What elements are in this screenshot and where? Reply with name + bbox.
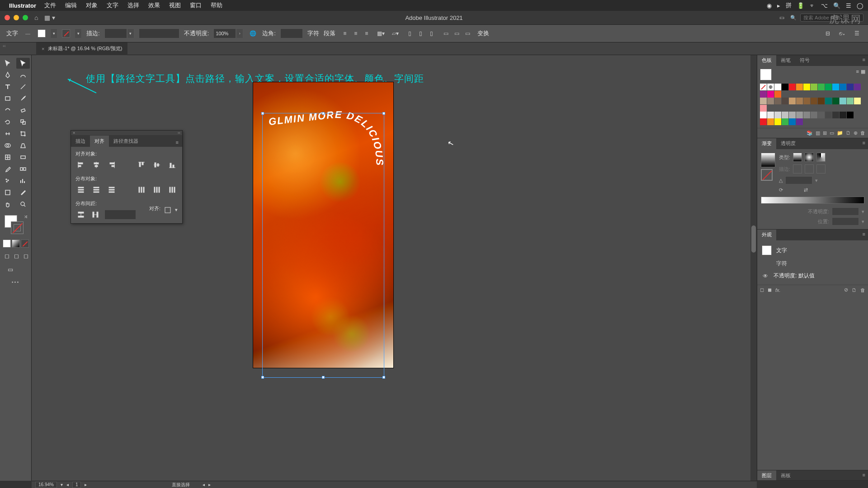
- zoom-level[interactable]: 16.94%: [35, 482, 57, 488]
- width-tool[interactable]: [1, 128, 14, 139]
- swatch[interactable]: [832, 112, 839, 118]
- swatch-libraries-icon[interactable]: 📚: [807, 130, 813, 136]
- stroke-swatch[interactable]: [62, 29, 70, 38]
- valign-middle-icon[interactable]: ▭: [452, 28, 462, 38]
- character-link[interactable]: 字符: [307, 29, 319, 38]
- hand-tool[interactable]: [1, 199, 14, 210]
- stroke-weight-input[interactable]: [104, 28, 127, 38]
- battery-icon[interactable]: 🔋: [797, 2, 804, 9]
- swatch[interactable]: [767, 98, 774, 104]
- spotlight-icon[interactable]: 🔍: [833, 2, 840, 9]
- align-center-icon[interactable]: ≡: [351, 28, 361, 38]
- wifi-icon[interactable]: ᯤ: [810, 2, 816, 9]
- tab-transparency[interactable]: 透明度: [776, 138, 800, 149]
- color-mode-solid[interactable]: [3, 239, 11, 248]
- fill-stroke-control[interactable]: ⤭: [1, 213, 30, 236]
- swatch[interactable]: [767, 91, 774, 98]
- appearance-menu-icon[interactable]: ≡: [860, 230, 868, 240]
- panel-close-icon[interactable]: ×: [73, 131, 75, 135]
- selection-handle[interactable]: [322, 376, 325, 379]
- transform-link[interactable]: 变换: [477, 29, 489, 38]
- swatch[interactable]: [796, 112, 803, 118]
- swatch[interactable]: [825, 112, 832, 118]
- vdist-center-button[interactable]: [91, 185, 102, 195]
- gradient-preview[interactable]: [761, 153, 775, 167]
- mesh-tool[interactable]: [1, 152, 14, 163]
- valign-bottom-icon[interactable]: ▭: [463, 28, 473, 38]
- pen-tool[interactable]: [1, 70, 14, 80]
- selection-handle[interactable]: [382, 376, 385, 379]
- tab-symbols[interactable]: 符号: [795, 55, 814, 66]
- halign-center-icon[interactable]: ▯: [416, 28, 426, 38]
- hscroll-right-icon[interactable]: ▸: [208, 482, 211, 487]
- menu-effect[interactable]: 效果: [145, 1, 164, 9]
- swatch-grid-view-icon[interactable]: ▦: [861, 69, 865, 75]
- swatch-none[interactable]: [760, 84, 767, 90]
- new-swatch-icon[interactable]: 🗋: [846, 130, 851, 136]
- scroll-thumb[interactable]: [751, 225, 756, 253]
- free-transform-tool[interactable]: [16, 128, 30, 139]
- graph-tool[interactable]: [16, 175, 30, 186]
- tab-layers[interactable]: 图层: [757, 470, 776, 480]
- new-color-group-icon[interactable]: ▭: [830, 130, 834, 136]
- tab-pathfinder[interactable]: 路径查找器: [109, 136, 143, 147]
- maximize-window-button[interactable]: [23, 15, 28, 20]
- hscroll-left-icon[interactable]: ◂: [203, 482, 205, 487]
- variable-width-profile[interactable]: [139, 28, 179, 38]
- draw-normal-icon[interactable]: ◻: [3, 250, 11, 261]
- valign-middle-button[interactable]: [151, 160, 162, 170]
- record-icon[interactable]: ◉: [767, 2, 772, 9]
- paragraph-link[interactable]: 段落: [324, 29, 335, 38]
- tab-appearance[interactable]: 外观: [757, 230, 776, 240]
- swatch[interactable]: [803, 112, 810, 118]
- workspace-switcher[interactable]: ▦ ▾: [44, 14, 55, 21]
- vdist-bottom-button[interactable]: [106, 185, 117, 195]
- swatch[interactable]: [840, 112, 846, 118]
- swatch-list-view-icon[interactable]: ≡: [856, 69, 859, 75]
- menu-help[interactable]: 帮助: [207, 1, 226, 9]
- hdist-right-button[interactable]: [167, 185, 178, 195]
- zoom-dropdown-icon[interactable]: ▾: [61, 482, 63, 487]
- linear-gradient-button[interactable]: [793, 153, 802, 162]
- swatch-options-icon[interactable]: ⊞: [823, 130, 827, 136]
- add-fill-icon[interactable]: ◼: [768, 287, 772, 293]
- arrange-documents-button[interactable]: ▭: [777, 13, 787, 23]
- menu-window[interactable]: 窗口: [186, 1, 205, 9]
- add-effect-icon[interactable]: fx.: [775, 287, 781, 293]
- zoom-tool[interactable]: [16, 199, 30, 210]
- swatch[interactable]: [789, 112, 796, 118]
- blend-tool[interactable]: [16, 164, 30, 174]
- menu-type[interactable]: 文字: [103, 1, 122, 9]
- document-tab[interactable]: × 未标题-1* @ 16.94 % (RGB/预览): [36, 42, 127, 55]
- swatch[interactable]: [825, 84, 832, 90]
- swatch[interactable]: [832, 84, 839, 90]
- bluetooth-icon[interactable]: ⌥: [821, 2, 828, 9]
- swatch[interactable]: [847, 98, 854, 104]
- clear-appearance-icon[interactable]: ⊘: [844, 287, 848, 293]
- swatch[interactable]: [760, 91, 767, 98]
- panel-menu-icon[interactable]: ≡: [172, 138, 182, 147]
- rectangle-tool[interactable]: [1, 93, 14, 104]
- align-panel[interactable]: ×‹‹ 描边 对齐 路径查找器 ≡ 对齐对象:: [71, 130, 183, 224]
- tab-align[interactable]: 对齐: [90, 136, 109, 147]
- swatch[interactable]: [774, 118, 781, 125]
- swatch[interactable]: [832, 98, 839, 104]
- curvature-tool[interactable]: [16, 70, 30, 80]
- eyedropper-tool[interactable]: [1, 164, 14, 174]
- artboard[interactable]: [253, 82, 393, 368]
- fill-swatch[interactable]: [38, 29, 46, 38]
- swatch[interactable]: [760, 98, 767, 104]
- artboard-tool[interactable]: [1, 187, 14, 198]
- swatch[interactable]: [789, 84, 796, 90]
- swatch[interactable]: [818, 98, 825, 104]
- swatch[interactable]: [774, 112, 781, 118]
- reverse-gradient-icon[interactable]: ⇄: [804, 187, 808, 193]
- current-fill-swatch[interactable]: [760, 69, 772, 80]
- appearance-opacity-row[interactable]: 👁 不透明度: 默认值: [761, 270, 864, 282]
- area-type-options-button[interactable]: ▦▾: [376, 28, 386, 38]
- toolbox-stroke-swatch[interactable]: [11, 221, 24, 234]
- swatch[interactable]: [811, 98, 817, 104]
- valign-top-icon[interactable]: ▭: [441, 28, 451, 38]
- swatch[interactable]: [767, 118, 774, 125]
- visibility-icon[interactable]: 👁: [762, 273, 769, 279]
